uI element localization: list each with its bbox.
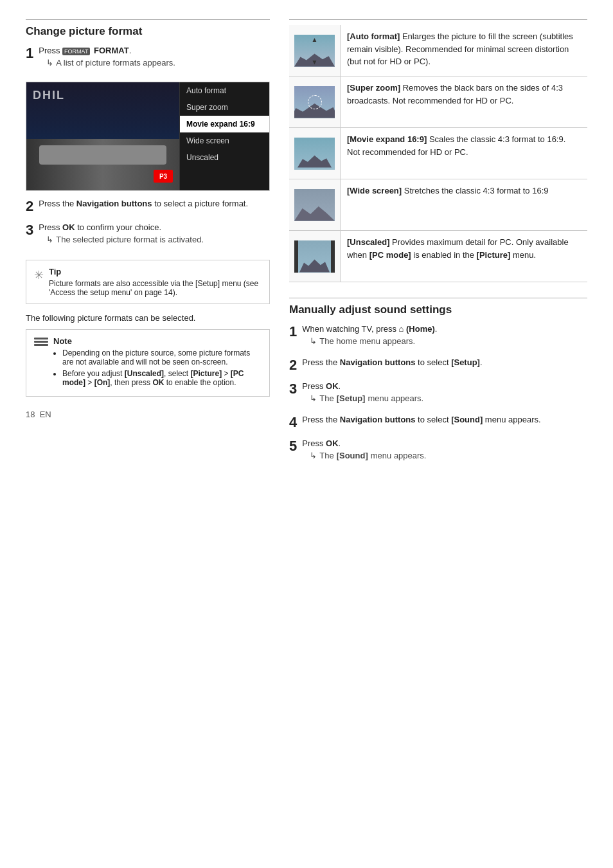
note-title: Note <box>53 336 262 346</box>
manual-step5-number: 5 <box>289 439 297 467</box>
menu-wide-screen[interactable]: Wide screen <box>180 132 269 149</box>
thumb-img-super <box>294 86 335 118</box>
menu-unscaled[interactable]: Unscaled <box>180 149 269 166</box>
thumb-unscaled <box>289 231 341 282</box>
tip-text: Picture formats are also accessible via … <box>49 279 262 297</box>
step1-text: Press FORMAT FORMAT. <box>39 46 175 55</box>
format-desc-super: [Super zoom] Removes the black bars on t… <box>341 77 587 127</box>
format-row-unscaled: [Unscaled] Provides maximum detail for P… <box>289 231 587 282</box>
note-icon <box>34 338 48 348</box>
manual-step2-number: 2 <box>289 357 297 376</box>
manual-step3-number: 3 <box>289 381 297 410</box>
format-row-auto: ▲ ▼ [Auto format] Enlarges the picture t… <box>289 25 587 77</box>
manual-adjust-section: Manually adjust sound settings 1 When wa… <box>289 298 587 467</box>
format-key-icon: FORMAT <box>62 48 90 55</box>
tip-icon: ✳ <box>34 268 44 282</box>
manual-step1-bullet: The home menu appears. <box>310 336 437 346</box>
manual-section-title: Manually adjust sound settings <box>289 303 587 316</box>
format-row-super: [Super zoom] Removes the black bars on t… <box>289 77 587 128</box>
page-number: 18 EN <box>26 410 270 419</box>
format-name-unscaled: [Unscaled] <box>347 237 389 247</box>
format-name-super: [Super zoom] <box>347 83 400 93</box>
thumb-wide <box>289 179 341 230</box>
format-desc-movie: [Movie expand 16:9] Scales the classic 4… <box>341 128 587 179</box>
manual-step1-text: When watching TV, press ⌂ (Home). <box>302 324 437 334</box>
thumb-auto: ▲ ▼ <box>289 25 341 76</box>
note-content: Note Depending on the picture source, so… <box>53 336 262 390</box>
step3-number: 3 <box>26 222 33 251</box>
manual-step1-number: 1 <box>289 324 297 352</box>
tip-box: ✳ Tip Picture formats are also accessibl… <box>26 260 270 304</box>
tip-content: Tip Picture formats are also accessible … <box>49 267 262 297</box>
manual-step4-text: Press the Navigation buttons to select [… <box>302 415 540 424</box>
step2-text: Press the Navigation buttons to select a… <box>39 199 248 208</box>
menu-super-zoom[interactable]: Super zoom <box>180 99 269 116</box>
format-name-wide: [Wide screen] <box>347 186 402 195</box>
formats-intro: The following picture formats can be sel… <box>26 313 270 323</box>
thumb-img-movie <box>294 138 335 170</box>
step1-bullet: A list of picture formats appears. <box>46 58 175 68</box>
format-name-auto: [Auto format] <box>347 32 400 41</box>
menu-auto-format[interactable]: Auto format <box>180 82 269 99</box>
thumb-img-auto: ▲ ▼ <box>294 35 335 67</box>
step3-bullet: The selected picture format is activated… <box>46 235 204 244</box>
format-bold: FORMAT <box>94 46 129 55</box>
format-name-movie: [Movie expand 16:9] <box>347 134 427 144</box>
format-row-movie: [Movie expand 16:9] Scales the classic 4… <box>289 128 587 179</box>
tv-image: DHIL P3 <box>26 82 179 190</box>
thumb-img-wide <box>294 189 335 221</box>
format-menu: Auto format Super zoom Movie expand 16:9… <box>179 82 269 190</box>
right-top-divider <box>289 19 587 20</box>
manual-step2-text: Press the Navigation buttons to select [… <box>302 357 482 367</box>
format-desc-auto: [Auto format] Enlarges the picture to fi… <box>341 25 587 76</box>
format-row-wide: [Wide screen] Stretches the classic 4:3 … <box>289 179 587 231</box>
step3-text: Press OK to confirm your choice. <box>39 222 204 232</box>
note-list: Depending on the picture source, some pi… <box>53 348 262 387</box>
tip-title: Tip <box>49 267 262 276</box>
format-desc-unscaled: [Unscaled] Provides maximum detail for P… <box>341 231 587 282</box>
manual-divider <box>289 298 587 298</box>
svg-text:P3: P3 <box>159 173 168 180</box>
thumb-movie <box>289 128 341 179</box>
step1-number: 1 <box>26 46 33 74</box>
top-divider <box>26 19 270 20</box>
left-column: Change picture format 1 Press FORMAT FOR… <box>26 19 270 472</box>
thumb-super <box>289 77 341 127</box>
note-item-1: Depending on the picture source, some pi… <box>62 348 262 366</box>
right-column: ▲ ▼ [Auto format] Enlarges the picture t… <box>289 19 587 472</box>
step2-number: 2 <box>26 199 33 217</box>
section-title-change-picture: Change picture format <box>26 25 270 38</box>
manual-step3-text: Press OK. <box>302 381 423 391</box>
note-box: Note Depending on the picture source, so… <box>26 329 270 397</box>
tv-screenshot: DHIL P3 Auto format Super zoom Movie exp… <box>26 82 270 191</box>
tv-logo: P3 <box>154 170 173 184</box>
tv-watermark: DHIL <box>33 89 65 102</box>
manual-step5-text: Press OK. <box>302 439 426 448</box>
manual-step4-number: 4 <box>289 415 297 433</box>
thumb-img-unscaled <box>294 240 335 273</box>
format-list: ▲ ▼ [Auto format] Enlarges the picture t… <box>289 25 587 282</box>
note-item-2: Before you adjust [Unscaled], select [Pi… <box>62 369 262 387</box>
manual-step3-bullet: The [Setup] menu appears. <box>310 393 423 403</box>
format-desc-wide: [Wide screen] Stretches the classic 4:3 … <box>341 179 587 230</box>
menu-movie-expand[interactable]: Movie expand 16:9 <box>180 116 269 132</box>
manual-step5-bullet: The [Sound] menu appears. <box>310 451 426 460</box>
